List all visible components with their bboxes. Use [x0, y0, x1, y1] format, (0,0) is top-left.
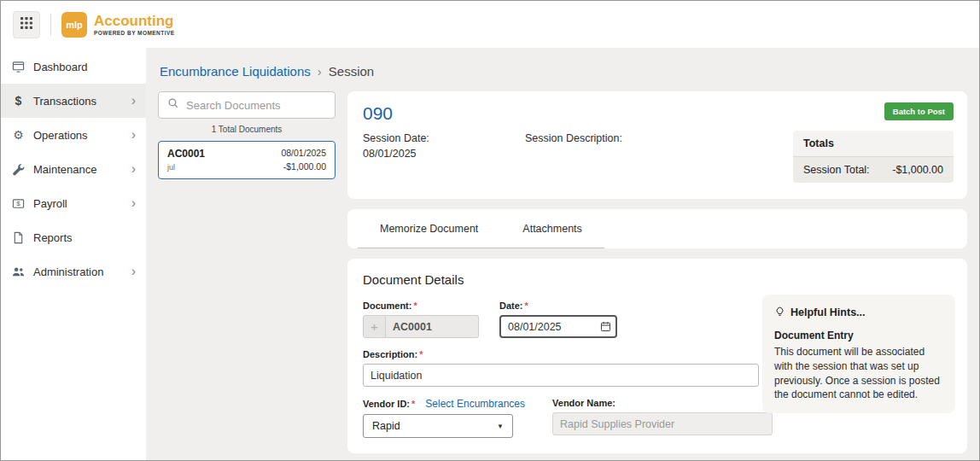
- document-number-input: [386, 315, 479, 338]
- app-title: Accounting: [94, 14, 174, 28]
- chevron-right-icon: ›: [131, 196, 136, 210]
- app-grid-button[interactable]: [13, 11, 40, 38]
- sidebar-item-maintenance[interactable]: Maintenance ›: [1, 152, 146, 186]
- transactions-dollar-icon: $: [11, 94, 26, 108]
- gear-icon: ⚙: [11, 128, 26, 142]
- sidebar-item-label: Maintenance: [33, 163, 96, 176]
- sidebar-item-label: Dashboard: [33, 61, 88, 73]
- select-encumbrances-link[interactable]: Select Encumbrances: [425, 398, 525, 410]
- sidebar-item-reports[interactable]: Reports: [1, 220, 146, 254]
- apps-grid-icon: [20, 16, 33, 32]
- calendar-icon[interactable]: [600, 320, 611, 336]
- vendor-name-input: [552, 412, 773, 435]
- search-icon: [167, 97, 179, 113]
- sidebar-item-payroll[interactable]: $ Payroll ›: [1, 186, 146, 220]
- chevron-right-icon: ›: [131, 162, 136, 176]
- required-asterisk: *: [419, 349, 423, 359]
- people-icon: [11, 265, 26, 278]
- chevron-right-icon: ›: [131, 94, 136, 108]
- document-list-item[interactable]: AC0001 jul 08/01/2025 -$1,000.00: [158, 141, 335, 179]
- dashboard-icon: [11, 60, 26, 73]
- sidebar-item-administration[interactable]: Administration ›: [1, 254, 146, 289]
- mlp-logo-text: mlp: [66, 20, 83, 30]
- batch-to-post-button[interactable]: Batch to Post: [884, 102, 954, 120]
- mlp-logo: mlp: [61, 12, 87, 38]
- helpful-hints-body: This document will be associated with th…: [774, 345, 943, 402]
- description-input[interactable]: [363, 364, 759, 387]
- document-id: AC0001: [167, 148, 205, 160]
- lightbulb-icon: [774, 306, 785, 319]
- sidebar-item-dashboard[interactable]: Dashboard: [1, 50, 146, 84]
- vendor-id-select[interactable]: Rapid ▼: [363, 414, 513, 438]
- session-total-label: Session Total:: [803, 164, 870, 176]
- report-document-icon: [11, 230, 26, 244]
- total-documents-label: 1 Total Documents: [158, 125, 335, 134]
- session-number: 090: [363, 103, 952, 124]
- helpful-hints-title: Helpful Hints...: [790, 306, 866, 318]
- dropdown-caret-icon: ▼: [497, 423, 504, 430]
- chevron-right-icon: ›: [131, 128, 136, 142]
- documents-panel: 1 Total Documents AC0001 jul 08/01/2025 …: [158, 91, 335, 179]
- app-window: mlp Accounting POWERED BY MOMENTIVE Dash…: [0, 0, 980, 461]
- date-field-label: Date:*: [499, 301, 617, 311]
- document-field-label: Document:*: [363, 301, 479, 311]
- session-date-label: Session Date:: [363, 132, 525, 144]
- required-asterisk: *: [525, 301, 528, 311]
- breadcrumb: Encumbrance Liquidations › Session: [158, 48, 967, 91]
- totals-header: Totals: [793, 131, 954, 156]
- breadcrumb-current: Session: [329, 64, 374, 79]
- vendor-name-field-label: Vendor Name:: [552, 398, 773, 408]
- helpful-hints-panel: Helpful Hints... Document Entry This doc…: [762, 295, 955, 413]
- topbar-divider: [50, 14, 51, 36]
- document-amount: -$1,000.00: [281, 161, 326, 172]
- session-date-value: 08/01/2025: [363, 148, 525, 160]
- breadcrumb-link-encumbrance-liquidations[interactable]: Encumbrance Liquidations: [160, 64, 311, 79]
- document-date: 08/01/2025: [281, 148, 326, 158]
- required-asterisk: *: [413, 301, 417, 311]
- description-field-label: Description:*: [363, 349, 759, 359]
- sidebar-item-operations[interactable]: ⚙ Operations ›: [1, 118, 146, 152]
- document-details-panel: Document Details Document:* + Date:*: [347, 259, 967, 453]
- helpful-hints-heading: Document Entry: [774, 330, 943, 341]
- sidebar-item-transactions[interactable]: $ Transactions ›: [1, 84, 146, 118]
- wrench-icon: [11, 162, 26, 176]
- tab-attachments[interactable]: Attachments: [500, 209, 604, 248]
- tabs-panel: Memorize Document Attachments: [347, 209, 967, 248]
- required-asterisk: *: [411, 399, 415, 409]
- sidebar-item-label: Transactions: [33, 95, 96, 108]
- breadcrumb-separator-icon: ›: [318, 64, 322, 79]
- payroll-icon: $: [11, 196, 26, 210]
- session-header-panel: 090 Session Date: 08/01/2025 Session Des…: [347, 91, 967, 199]
- chevron-right-icon: ›: [131, 265, 136, 278]
- vendor-id-value: Rapid: [372, 420, 400, 432]
- sidebar-item-label: Payroll: [33, 197, 67, 210]
- session-description-label: Session Description:: [525, 132, 687, 144]
- session-total-value: -$1,000.00: [892, 164, 943, 176]
- app-subtitle: POWERED BY MOMENTIVE: [94, 30, 174, 36]
- main-content: Encumbrance Liquidations › Session: [146, 48, 979, 460]
- document-description: jul: [167, 163, 205, 172]
- sidebar: Dashboard $ Transactions › ⚙ Operations …: [1, 48, 146, 460]
- vendor-id-field-label: Vendor ID:*: [363, 399, 415, 409]
- topbar: mlp Accounting POWERED BY MOMENTIVE: [1, 1, 979, 48]
- search-documents-box: [158, 91, 335, 119]
- sidebar-item-label: Reports: [33, 231, 73, 244]
- document-details-title: Document Details: [363, 272, 952, 287]
- sidebar-item-label: Operations: [33, 129, 88, 142]
- svg-text:$: $: [16, 200, 20, 207]
- sidebar-item-label: Administration: [33, 266, 103, 278]
- brand: Accounting POWERED BY MOMENTIVE: [94, 14, 174, 36]
- add-document-button[interactable]: +: [363, 315, 386, 338]
- search-documents-input[interactable]: [186, 99, 326, 112]
- totals-box: Totals Session Total: -$1,000.00: [793, 131, 954, 183]
- tab-memorize-document[interactable]: Memorize Document: [358, 209, 500, 248]
